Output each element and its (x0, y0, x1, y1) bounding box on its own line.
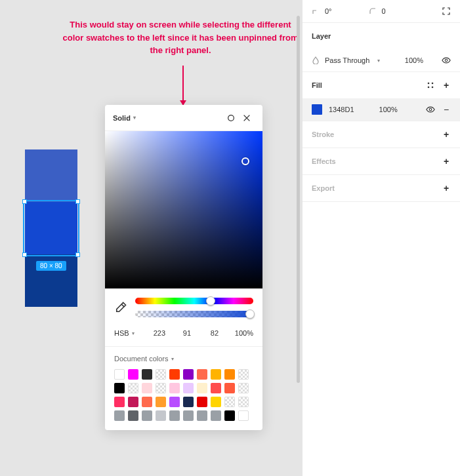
scrollbar-thumb[interactable] (297, 16, 300, 383)
doc-swatch[interactable] (211, 383, 221, 393)
doc-swatch[interactable] (169, 383, 180, 393)
doc-swatch[interactable] (156, 397, 166, 407)
eyedropper-icon[interactable] (114, 301, 127, 314)
doc-swatch[interactable] (238, 369, 249, 380)
doc-swatch[interactable] (128, 397, 138, 407)
canvas-swatch-selected[interactable] (25, 202, 77, 254)
corner-radius-icon (369, 7, 377, 15)
doc-swatch[interactable] (224, 383, 235, 393)
svg-point-1 (445, 59, 448, 62)
blend-mode-icon (312, 56, 320, 64)
visibility-icon[interactable] (442, 56, 451, 65)
doc-swatch[interactable] (156, 383, 166, 393)
effects-section-header: Effects (303, 148, 460, 174)
doc-swatch[interactable] (128, 369, 138, 380)
document-colors-dropdown[interactable]: Document colors ▾ (114, 355, 253, 363)
doc-swatch[interactable] (197, 369, 207, 380)
svg-point-6 (429, 108, 432, 111)
doc-swatch[interactable] (156, 369, 166, 380)
styles-icon[interactable] (223, 110, 239, 126)
doc-swatch[interactable] (197, 397, 207, 407)
fill-color-chip[interactable] (312, 104, 322, 115)
doc-swatch[interactable] (224, 369, 235, 380)
doc-swatch[interactable] (197, 410, 207, 421)
doc-swatch[interactable] (211, 397, 221, 407)
alpha-knob[interactable] (245, 309, 255, 319)
doc-swatch[interactable] (238, 397, 249, 407)
canvas-area[interactable] (25, 149, 77, 307)
style-four-dot-icon[interactable] (426, 81, 435, 90)
doc-swatch[interactable] (224, 397, 235, 407)
fill-hex-input[interactable]: 1348D1 (329, 106, 354, 113)
stroke-section-header: Stroke (303, 121, 460, 148)
doc-swatch[interactable] (142, 410, 152, 421)
add-fill-button[interactable] (442, 81, 451, 90)
close-icon[interactable] (239, 110, 255, 126)
layer-opacity-input[interactable]: 100% (405, 56, 423, 64)
corner-radius-input[interactable]: 0 (382, 7, 386, 15)
doc-swatch[interactable] (211, 369, 221, 380)
doc-swatch[interactable] (156, 410, 166, 421)
canvas-swatch[interactable] (25, 149, 77, 202)
opacity-input[interactable]: 100% (228, 329, 253, 337)
doc-swatch[interactable] (197, 383, 207, 393)
doc-swatch[interactable] (224, 410, 235, 421)
sv-handle[interactable] (241, 157, 249, 165)
fill-label: Fill (312, 81, 322, 89)
add-effect-button[interactable] (442, 157, 451, 166)
hue-slider[interactable] (135, 298, 253, 304)
add-export-button[interactable] (442, 184, 451, 193)
resize-handle[interactable] (22, 199, 27, 204)
doc-swatch[interactable] (142, 369, 152, 380)
doc-swatch[interactable] (183, 397, 194, 407)
rotation-input[interactable]: 0° (325, 7, 332, 15)
doc-swatch[interactable] (142, 397, 152, 407)
doc-swatch[interactable] (238, 410, 249, 421)
visibility-icon[interactable] (426, 105, 435, 114)
remove-fill-button[interactable] (442, 105, 451, 114)
doc-swatch[interactable] (211, 410, 221, 421)
hsb-h-input[interactable]: 223 (150, 329, 169, 337)
hsb-s-input[interactable]: 91 (178, 329, 196, 337)
chevron-down-icon: ▾ (133, 115, 136, 121)
doc-swatch[interactable] (183, 383, 194, 393)
layer-section-header: Layer (303, 23, 460, 49)
picker-header: Solid ▾ (105, 105, 262, 131)
doc-swatch[interactable] (169, 369, 180, 380)
doc-swatch[interactable] (142, 383, 152, 393)
independent-corners-icon[interactable] (442, 7, 451, 16)
blend-mode-dropdown[interactable]: Pass Through (325, 56, 369, 64)
color-mode-label: HSB (114, 329, 129, 337)
doc-swatch[interactable] (128, 383, 138, 393)
fill-opacity-input[interactable]: 100% (379, 106, 398, 113)
doc-swatch[interactable] (114, 369, 125, 380)
fill-type-label: Solid (113, 114, 131, 122)
fill-type-dropdown[interactable]: Solid ▾ (113, 114, 136, 122)
alpha-slider[interactable] (135, 311, 253, 317)
svg-point-4 (428, 87, 430, 89)
doc-swatch[interactable] (114, 383, 125, 393)
color-picker-panel: Solid ▾ HSB ▾ 223 91 82 100% (105, 105, 262, 430)
fill-item: 1348D1 100% (303, 98, 460, 121)
svg-point-5 (432, 87, 434, 89)
doc-swatch[interactable] (114, 397, 125, 407)
doc-swatch[interactable] (238, 383, 249, 393)
resize-handle[interactable] (75, 199, 80, 204)
chevron-down-icon: ▾ (171, 356, 174, 362)
resize-handle[interactable] (75, 252, 80, 257)
doc-swatch[interactable] (169, 397, 180, 407)
doc-swatch[interactable] (183, 410, 194, 421)
hsb-b-input[interactable]: 82 (205, 329, 224, 337)
doc-swatch[interactable] (169, 410, 180, 421)
doc-swatch[interactable] (183, 369, 194, 380)
doc-swatch[interactable] (114, 410, 125, 421)
color-mode-dropdown[interactable]: HSB ▾ (114, 329, 146, 337)
doc-swatch[interactable] (128, 410, 138, 421)
add-stroke-button[interactable] (442, 130, 451, 139)
saturation-value-field[interactable] (105, 131, 262, 288)
hue-knob[interactable] (206, 296, 215, 306)
blend-mode-row: Pass Through ▾ 100% (303, 49, 460, 71)
export-label: Export (312, 184, 335, 192)
svg-point-0 (228, 115, 234, 121)
resize-handle[interactable] (22, 252, 27, 257)
